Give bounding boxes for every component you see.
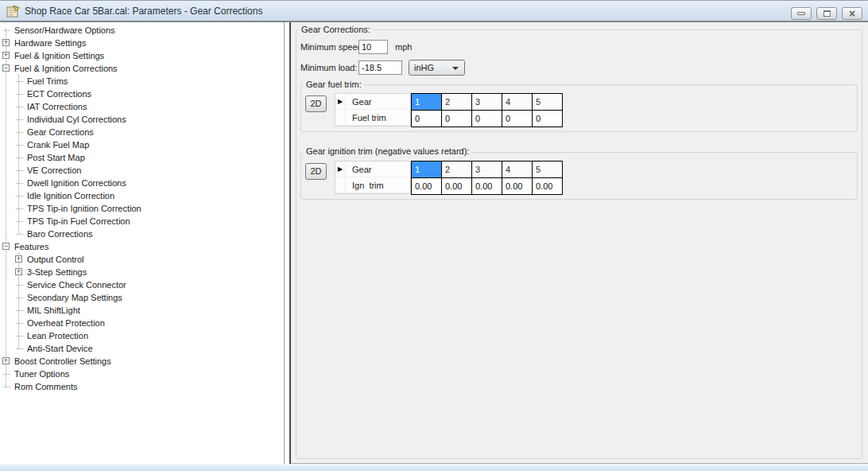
gear-header-cell[interactable]: 3 (472, 94, 502, 110)
tree-item-secondary-map-settings[interactable]: Secondary Map Settings (0, 291, 283, 304)
tree-item-anti-start-device[interactable]: Anti-Start Device (0, 342, 283, 355)
minimum-speed-input[interactable] (358, 40, 388, 54)
close-icon: × (849, 10, 855, 18)
minimize-button[interactable] (791, 7, 812, 20)
gear-header-cell[interactable]: 5 (533, 94, 562, 110)
tree-item-dwell-ignition-corrections[interactable]: Dwell Ignition Corrections (0, 177, 283, 189)
row-label-gear: Gear (346, 94, 410, 110)
expand-icon[interactable]: + (15, 268, 22, 275)
row-label-trim: Ign trim (346, 177, 410, 193)
current-row-marker-icon: ▶ (335, 162, 346, 177)
title-bar: Shop Race Car 5Bar.cal: Parameters - Gea… (0, 0, 868, 22)
gear-header-cell[interactable]: 1 (412, 162, 441, 177)
app-icon (6, 5, 20, 18)
tree-item-ect-corrections[interactable]: ECT Corrections (0, 88, 283, 100)
tree-item-fuel-trims[interactable]: Fuel Trims (0, 75, 283, 88)
trim-value-cell[interactable]: 0 (412, 111, 441, 127)
tree-item-mil-shiftlight[interactable]: MIL ShiftLight (0, 304, 283, 317)
trim-value-cell[interactable]: 0.00 (533, 178, 562, 194)
tree-connector (16, 119, 23, 120)
gear-header-cell[interactable]: 2 (442, 162, 471, 177)
row-label-trim: Fuel trim (346, 110, 410, 126)
tree-item-fuel-ignition-corrections[interactable]: −Fuel & Ignition Corrections (0, 62, 283, 75)
tree-item-boost-controller-settings[interactable]: +Boost Controller Settings (0, 355, 283, 368)
tree-item-output-control[interactable]: +Output Control (0, 253, 283, 266)
tree-connector (16, 170, 23, 171)
trim-value-cell[interactable]: 0 (502, 111, 532, 127)
tree-connector (16, 310, 23, 311)
maximize-button[interactable] (816, 7, 837, 20)
tree-item-rom-comments[interactable]: Rom Comments (0, 380, 283, 393)
tree-item-3-step-settings[interactable]: +3-Step Settings (0, 266, 283, 278)
row-marker-empty (335, 110, 346, 126)
tree-item-features[interactable]: −Features (0, 240, 283, 253)
tree-item-label: Service Check Connector (27, 280, 126, 290)
tree-item-tps-tip-in-fuel-correction[interactable]: TPS Tip-in Fuel Correction (0, 215, 283, 228)
tree-item-label: Post Start Map (27, 153, 85, 162)
tree-item-label: Lean Protection (27, 331, 88, 341)
tree-item-gear-corrections[interactable]: Gear Corrections (0, 126, 283, 138)
gear-header-cell[interactable]: 3 (472, 162, 502, 177)
collapse-icon[interactable]: − (2, 243, 10, 250)
tree-item-tps-tip-in-ignition-correction[interactable]: TPS Tip-in Ignition Correction (0, 202, 283, 215)
gear-corrections-group-title: Gear Corrections: (299, 25, 373, 34)
tree-item-label: Fuel & Ignition Settings (14, 51, 104, 60)
tree-connector (16, 285, 23, 286)
tree-connector (16, 234, 23, 235)
row-label-gear: Gear (346, 162, 410, 177)
tree-connector (16, 323, 23, 324)
tree-item-lean-protection[interactable]: Lean Protection (0, 329, 283, 342)
tree-item-label: TPS Tip-in Ignition Correction (27, 204, 141, 213)
collapse-icon[interactable]: − (2, 64, 10, 72)
ignition-trim-group-title: Gear ignition trim (negative values reta… (304, 146, 471, 156)
tree-item-hardware-settings[interactable]: +Hardware Settings (0, 37, 283, 49)
fuel-trim-group-title: Gear fuel trim: (304, 80, 364, 89)
fuel-trim-2d-button[interactable]: 2D (305, 95, 327, 112)
tree-item-label: Features (14, 242, 48, 251)
expand-icon[interactable]: + (2, 357, 10, 364)
trim-value-cell[interactable]: 0.00 (502, 178, 532, 194)
tree-connector (3, 374, 10, 375)
gear-header-cell[interactable]: 4 (502, 162, 532, 177)
tree-item-label: Secondary Map Settings (27, 293, 122, 302)
trim-value-cell[interactable]: 0 (472, 111, 502, 127)
tree-item-service-check-connector[interactable]: Service Check Connector (0, 278, 283, 291)
load-unit-dropdown[interactable]: inHG (409, 60, 465, 76)
trim-value-cell[interactable]: 0.00 (412, 178, 441, 194)
tree-item-crank-fuel-map[interactable]: Crank Fuel Map (0, 138, 283, 151)
gear-header-cell[interactable]: 1 (412, 94, 441, 110)
ignition-trim-2d-button[interactable]: 2D (305, 163, 327, 180)
gear-header-cell[interactable]: 5 (533, 162, 562, 177)
tree-item-label: Gear Corrections (27, 127, 94, 137)
expand-icon[interactable]: + (2, 39, 10, 46)
tree-item-individual-cyl-corrections[interactable]: Individual Cyl Corrections (0, 113, 283, 126)
trim-value-cell[interactable]: 0.00 (442, 178, 471, 194)
minimum-load-input[interactable] (358, 60, 402, 75)
tree-item-iat-corrections[interactable]: IAT Corrections (0, 100, 283, 113)
tree-item-post-start-map[interactable]: Post Start Map (0, 151, 283, 164)
expand-icon[interactable]: + (15, 255, 22, 263)
tree-item-sensor-hardware-options[interactable]: Sensor/Hardware Options (0, 24, 283, 37)
tree-item-baro-corrections[interactable]: Baro Corrections (0, 228, 283, 240)
close-button[interactable]: × (842, 7, 862, 20)
tree-item-label: Output Control (27, 255, 84, 264)
trim-value-cell[interactable]: 0 (533, 111, 562, 127)
trim-value-cell[interactable]: 0.00 (472, 178, 502, 194)
gear-header-cell[interactable]: 2 (442, 94, 471, 110)
tree-item-idle-ignition-correction[interactable]: Idle Ignition Correction (0, 189, 283, 202)
tree-item-label: Fuel & Ignition Corrections (14, 64, 118, 73)
tree-item-ve-correction[interactable]: VE Correction (0, 164, 283, 177)
trim-value-cell[interactable]: 0 (442, 111, 471, 127)
window-title: Shop Race Car 5Bar.cal: Parameters - Gea… (25, 6, 262, 17)
gear-header-cell[interactable]: 4 (502, 94, 532, 110)
tree-item-label: VE Correction (27, 165, 81, 175)
tree-item-fuel-ignition-settings[interactable]: +Fuel & Ignition Settings (0, 49, 283, 62)
tree-item-label: Fuel Trims (27, 76, 68, 86)
tree-item-label: Individual Cyl Corrections (27, 115, 126, 124)
tree-connector (3, 387, 10, 387)
expand-icon[interactable]: + (2, 52, 10, 59)
current-row-marker-icon: ▶ (335, 94, 346, 110)
tree-connector (16, 336, 23, 337)
tree-item-tuner-options[interactable]: Tuner Options (0, 368, 283, 380)
tree-item-overheat-protection[interactable]: Overheat Protection (0, 317, 283, 329)
